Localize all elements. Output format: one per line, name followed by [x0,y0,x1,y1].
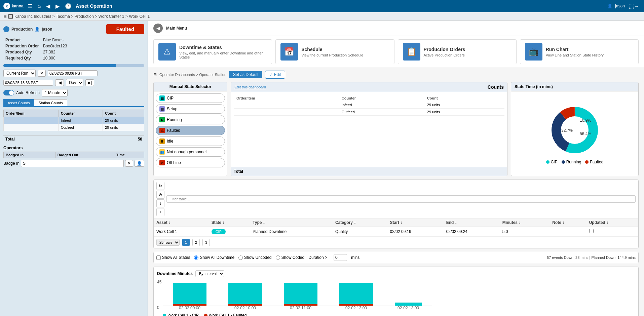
menu-card-downtime[interactable]: ⚠ Downtime & States View, edit, and manu… [153,39,272,64]
legend-faulted-dot [585,160,589,164]
state-time-widget: State Time (in mins) 32.7% 10.9% [511,82,639,176]
col-counter: Counter [59,110,103,117]
state-btn-running[interactable]: ▶ Running [156,115,225,124]
counts-cell-counter: Outfeed [339,109,424,116]
cell-start: 02/02 09:19 [387,227,444,236]
chart-section: Downtime Minutes By Interval 45 0 [153,267,639,316]
operators-table: Badged In Badged Out Time [3,152,144,158]
state-btn-not-enough-personnel[interactable]: 👥 Not enough personnel [156,147,225,157]
home-button[interactable]: ⌂ [36,2,42,10]
page-1-button[interactable]: 1 [182,239,190,246]
edit-dashboard-button[interactable]: ✓ Edit [265,71,285,79]
progress-bar-fill [3,64,116,67]
download-button[interactable]: ↓ [156,199,164,207]
state-btn-setup[interactable]: ▦ Setup [156,104,225,114]
start-date-input[interactable] [48,70,98,76]
table-row[interactable]: Outfeed 29 units [4,124,144,131]
chart-svg: 02-02 09:00 02-02 10:00 02-02 11:00 02-0… [163,280,635,310]
duration-input[interactable] [334,254,347,261]
operators-section: Operators Badged In Badged Out Time Badg… [3,146,144,167]
updated-checkbox[interactable] [589,229,594,233]
filter-bar: Show All States Show All Downtime Show U… [153,252,639,263]
table-row[interactable]: Infeed 29 units [4,117,144,124]
user-avatar: 👤 [35,27,40,32]
col-badged-in: Badged In [4,152,55,158]
show-coded-label[interactable]: Show Coded [276,255,305,260]
menu-card-schedule[interactable]: 📅 Schedule View the current Production S… [275,39,394,64]
end-date-input[interactable] [3,80,53,86]
menu-card-production-orders[interactable]: 📋 Production Orders Active Production Or… [398,39,517,64]
rows-per-page-select[interactable]: 25 rows [156,239,180,246]
history-button[interactable]: 🕐 [64,2,73,11]
interval-select[interactable]: By Interval [195,270,224,277]
downtime-card-desc: View, edit, and manually enter Downtime … [179,51,267,59]
cell-item [4,117,59,124]
required-qty-label: Required Qty [4,55,41,61]
production-header: Production 👤 jason Faulted [3,24,144,34]
state-btn-cip[interactable]: ▦ CIP [156,93,225,103]
app-logo[interactable]: k kanoa [3,3,24,9]
cell-minutes: 5.0 [500,227,550,236]
counts-grid: Order/Item Counter Count Infeed 29 units [234,95,504,116]
show-all-states-label[interactable]: Show All States [156,255,190,260]
page-3-button[interactable]: 3 [202,239,210,246]
offline-icon: ⊘ [159,160,165,165]
back-to-menu-button[interactable]: ◀ [153,24,163,33]
page-2-button[interactable]: 2 [192,239,200,246]
refresh-interval-select[interactable]: 1 Minute [42,89,68,96]
badge-in-label: Badge In [3,161,20,166]
tab-asset-counts[interactable]: Asset Counts [3,99,34,106]
menu-card-run-chart[interactable]: 📺 Run Chart View Line and Station State … [520,39,639,64]
interval-select[interactable]: Day [66,79,83,86]
hamburger-menu-button[interactable]: ☰ [26,2,34,11]
stop-button[interactable]: ⊘ [156,191,164,199]
menu-card-text: Run Chart View Line and Station State Hi… [546,47,634,57]
badge-submit-button[interactable]: 👤 [135,160,144,167]
x-label-3: 02-02 11:00 [290,306,311,310]
asset-counts-table: Order/Item Counter Count Infeed 29 units… [3,110,144,131]
col-asset: Asset ↕ [154,219,209,227]
show-all-downtime-radio[interactable] [194,255,198,260]
tab-station-counts[interactable]: Station Counts [34,99,67,106]
production-orders-card-title: Production Orders [424,47,512,52]
run-type-select[interactable]: Current Run [3,70,36,77]
badge-clear-button[interactable]: ✕ [125,160,133,167]
show-uncoded-radio[interactable] [238,255,243,260]
duration-label: Duration >= [308,255,330,260]
badge-in-input[interactable] [21,160,124,167]
table-row[interactable]: Work Cell 1 CIP Planned Downtime Quality… [154,227,638,236]
edit-this-dashboard-button[interactable]: Edit this dashboard [234,85,266,89]
state-btn-faulted[interactable]: ⚠ Faulted [156,126,225,135]
state-label-running: Running [167,117,182,122]
last-page-button[interactable]: ▶| [85,79,94,86]
show-all-states-checkbox[interactable] [156,255,161,260]
show-all-downtime-label[interactable]: Show All Downtime [194,255,234,260]
state-btn-offline[interactable]: ⊘ Off Line [156,158,225,167]
logout-button[interactable]: ⬚→ [628,2,641,11]
counts-col-count: Count [424,95,504,102]
manual-state-widget: Manual State Selector ▦ CIP ▦ Setup ▶ Ru [153,82,227,176]
refresh-table-button[interactable]: ↻ [156,182,164,190]
add-row-button[interactable]: + [156,208,164,216]
state-btn-idle[interactable]: ⏸ Idle [156,136,225,146]
table-search-input[interactable] [166,195,636,203]
cell-asset: Work Cell 1 [154,227,209,236]
menu-card-text: Schedule View the current Production Sch… [301,47,389,57]
legend-wc1-faulted: Work Cell 1 - Faulted [204,313,247,316]
state-label-idle: Idle [167,139,173,144]
show-coded-radio[interactable] [276,255,280,260]
total-value: 58 [138,137,142,142]
auto-refresh-label: Auto Refresh [16,90,40,95]
menu-cards: ⚠ Downtime & States View, edit, and manu… [148,36,644,68]
show-uncoded-label[interactable]: Show Uncoded [238,255,271,260]
show-coded-text: Show Coded [281,255,305,260]
forward-button[interactable]: ▶ [54,2,61,11]
state-label-cip: CIP [167,96,174,101]
auto-refresh-toggle[interactable] [3,90,14,95]
clear-run-button[interactable]: ✕ [38,70,46,77]
set-default-button[interactable]: Set as Default [229,71,262,78]
back-button[interactable]: ◀ [45,2,51,11]
kanoa-icon: k [3,3,10,9]
first-page-button[interactable]: |◀ [55,79,64,86]
user-name: jason [615,4,625,8]
